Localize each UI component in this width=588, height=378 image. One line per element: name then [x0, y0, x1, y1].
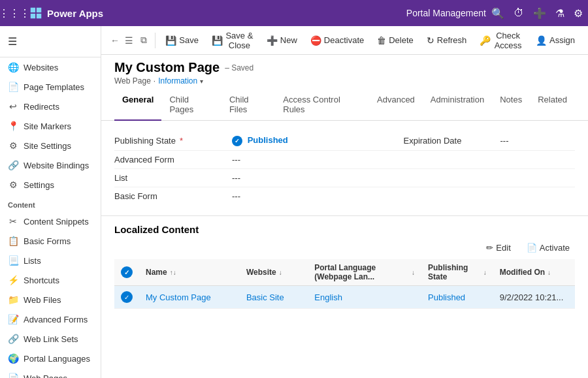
content-snippets-icon: ✂	[8, 216, 18, 227]
sidebar-toggle[interactable]: ☰	[0, 31, 101, 52]
search-icon[interactable]: 🔍	[491, 7, 504, 20]
top-navigation: ⋮⋮⋮ Power Apps Portal Management 🔍 ⏱ ➕ ⚗…	[0, 0, 588, 26]
sidebar-item-web-pages[interactable]: 📄 Web Pages	[0, 368, 101, 378]
row-language: English	[308, 286, 421, 309]
sidebar-item-redirects[interactable]: ↩ Redirects	[0, 97, 101, 116]
grid-icon[interactable]: ⋮⋮⋮	[5, 4, 24, 22]
assign-button[interactable]: 👤 Assign	[531, 32, 580, 49]
sidebar-item-page-templates[interactable]: 📄 Page Templates	[0, 77, 101, 97]
save-close-button[interactable]: 💾 Save & Close	[206, 27, 259, 54]
header-checkbox[interactable]: ✓	[121, 266, 133, 278]
sidebar-label-basic-forms: Basic Forms	[24, 236, 71, 246]
sidebar-item-content-snippets[interactable]: ✂ Content Snippets	[0, 212, 101, 231]
sidebar-label-web-link-sets: Web Link Sets	[24, 334, 78, 344]
app-category: Portal Management	[406, 8, 486, 18]
row-name-link[interactable]: My Custom Page	[146, 292, 211, 302]
redirects-icon: ↩	[8, 101, 18, 112]
sidebar-item-web-link-sets[interactable]: 🔗 Web Link Sets	[0, 329, 101, 349]
deactivate-button[interactable]: ⛔ Deactivate	[305, 32, 369, 49]
publishing-state-label: Publishing State *	[114, 136, 232, 146]
publishing-state-value[interactable]: ✓ Published	[232, 135, 404, 146]
sidebar-label-web-files: Web Files	[24, 295, 61, 305]
sidebar-item-site-markers[interactable]: 📍 Site Markers	[0, 116, 101, 136]
new-tab-button[interactable]: ⧉	[138, 31, 150, 50]
localized-content-section: Localized Content ✏ Edit 📄 Activate ✓	[101, 216, 588, 378]
filter-icon[interactable]: ⚗	[555, 7, 564, 20]
tab-notes[interactable]: Notes	[492, 89, 530, 121]
table-row[interactable]: ✓ My Custom Page Basic Site English Publ	[114, 286, 575, 309]
col-header-modified[interactable]: Modified On ↓	[493, 259, 575, 286]
sidebar-label-portal-languages: Portal Languages	[24, 354, 90, 364]
delete-icon: 🗑	[377, 35, 386, 46]
portal-languages-icon: 🌍	[8, 353, 18, 364]
row-language-link[interactable]: English	[314, 292, 342, 302]
basic-form-value[interactable]: ---	[232, 191, 575, 201]
settings-icon[interactable]: ⚙	[574, 7, 583, 20]
record-subtitle: Web Page · Information ▾	[114, 76, 575, 86]
refresh-icon: ↻	[427, 35, 434, 46]
sidebar-item-website-bindings[interactable]: 🔗 Website Bindings	[0, 155, 101, 175]
new-button[interactable]: ➕ New	[261, 32, 302, 49]
tab-administration[interactable]: Administration	[423, 89, 492, 121]
basic-forms-icon: 📋	[8, 236, 18, 246]
row-pub-state-link[interactable]: Published	[428, 292, 465, 302]
activate-button[interactable]: 📄 Activate	[521, 240, 575, 255]
row-checkbox[interactable]: ✓	[114, 286, 139, 309]
sidebar-item-web-files[interactable]: 📁 Web Files	[0, 290, 101, 309]
localized-toolbar: ✏ Edit 📄 Activate	[114, 240, 575, 255]
col-header-language[interactable]: Portal Language (Webpage Lan... ↓	[308, 259, 421, 286]
sidebar-item-basic-forms[interactable]: 📋 Basic Forms	[0, 231, 101, 251]
published-icon: ✓	[232, 136, 242, 146]
web-pages-icon: 📄	[8, 373, 18, 378]
tab-related[interactable]: Related	[530, 89, 575, 121]
sidebar-item-settings[interactable]: ⚙ Settings	[0, 175, 101, 195]
svg-rect-1	[37, 8, 41, 12]
localized-section-title: Localized Content	[114, 224, 575, 235]
site-markers-icon: 📍	[8, 121, 18, 131]
back-button[interactable]: ←	[109, 31, 121, 50]
row-website-link[interactable]: Basic Site	[246, 292, 284, 302]
form-type-link[interactable]: Information	[158, 76, 197, 86]
add-icon[interactable]: ➕	[533, 7, 546, 20]
col-header-website[interactable]: Website ↓	[240, 259, 308, 286]
sidebar-item-site-settings[interactable]: ⚙ Site Settings	[0, 136, 101, 155]
assign-icon: 👤	[536, 35, 547, 46]
refresh-button[interactable]: ↻ Refresh	[421, 32, 472, 49]
sidebar-item-portal-languages[interactable]: 🌍 Portal Languages	[0, 349, 101, 368]
sidebar-item-advanced-forms[interactable]: 📝 Advanced Forms	[0, 309, 101, 329]
check-access-button[interactable]: 🔑 Check Access	[474, 27, 528, 54]
form-row-list: List ---	[114, 169, 575, 187]
sidebar-item-shortcuts[interactable]: ⚡ Shortcuts	[0, 270, 101, 290]
clock-icon[interactable]: ⏱	[514, 7, 524, 19]
col-header-checkbox: ✓	[114, 259, 139, 286]
tab-advanced[interactable]: Advanced	[369, 89, 423, 121]
col-header-name[interactable]: Name ↑↓	[139, 259, 240, 286]
expiration-date-value: ---	[500, 136, 509, 146]
saved-badge: – Saved	[225, 63, 253, 72]
chevron-down-icon: ▾	[200, 78, 203, 85]
save-close-icon: 💾	[212, 35, 223, 46]
sidebar-item-websites[interactable]: 🌐 Websites	[0, 57, 101, 77]
edit-button[interactable]: ✏ Edit	[481, 240, 515, 255]
edit-icon: ✏	[486, 243, 493, 253]
sidebar-label-page-templates: Page Templates	[24, 82, 84, 92]
form-fields: Publishing State * ✓ Published Expiratio…	[101, 121, 588, 216]
expiration-date-label: Expiration Date	[404, 136, 495, 146]
sort-icon-name: ↑↓	[170, 269, 176, 276]
tab-child-pages[interactable]: Child Pages	[161, 89, 221, 121]
list-value[interactable]: ---	[232, 173, 575, 183]
web-link-sets-icon: 🔗	[8, 334, 18, 344]
save-button[interactable]: 💾 Save	[160, 32, 204, 49]
required-indicator: *	[180, 136, 183, 146]
advanced-form-value[interactable]: ---	[232, 155, 575, 165]
advanced-form-label: Advanced Form	[114, 155, 232, 165]
sidebar-item-lists[interactable]: 📃 Lists	[0, 251, 101, 270]
page-view-button[interactable]: ☰	[123, 31, 135, 50]
tab-access-control[interactable]: Access Control Rules	[275, 89, 369, 121]
tab-child-files[interactable]: Child Files	[221, 89, 275, 121]
app-name: Power Apps	[47, 8, 103, 19]
tab-general[interactable]: General	[114, 89, 161, 121]
delete-button[interactable]: 🗑 Delete	[372, 32, 419, 49]
svg-rect-2	[31, 14, 35, 18]
col-header-pub-state[interactable]: Publishing State ↓	[421, 259, 493, 286]
